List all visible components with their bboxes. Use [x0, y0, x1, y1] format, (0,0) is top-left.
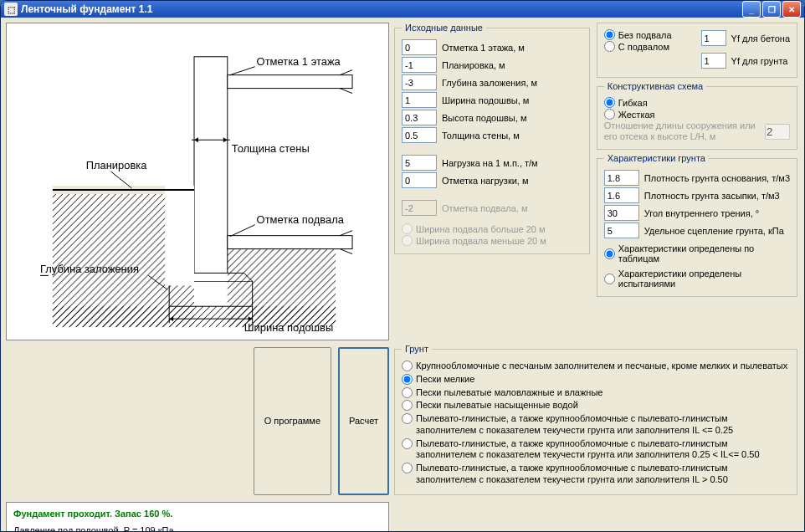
input-basement-mark — [402, 200, 437, 216]
radio-soil-6[interactable] — [402, 463, 413, 473]
label-planning: Планировка, м — [442, 60, 505, 70]
diagram-label-wall-thickness: Толщина стены — [232, 142, 310, 155]
svg-rect-6 — [165, 186, 194, 285]
label-floor1: Отметка 1 этажа, м — [442, 43, 525, 53]
svg-line-13 — [230, 225, 255, 237]
input-ratio — [765, 124, 790, 140]
label-soil-4: Пылевато-глинистые, а также крупнообломо… — [416, 413, 790, 437]
label-yf-soil: Yf для грунта — [731, 56, 788, 66]
scheme-legend: Конструктивная схема — [604, 81, 706, 91]
diagram-label-depth: Глубина заложения — [40, 263, 139, 275]
input-friction[interactable] — [604, 205, 639, 221]
soil-type-group: Грунт Крупнообломочные с песчаным заполн… — [394, 344, 797, 495]
label-depth: Глубина заложения, м — [442, 78, 537, 88]
radio-no-basement[interactable] — [604, 29, 615, 40]
result-pressure: Давление под подошвой, P = 109 кПа. — [13, 524, 382, 532]
label-soil-5: Пылевато-глинистые, а также крупнообломо… — [416, 438, 790, 462]
label-soil-0: Крупнообломочные с песчаным заполнителем… — [416, 361, 787, 372]
label-density-base: Плотность грунта основания, т/м3 — [644, 173, 790, 183]
label-by-tables: Характеристики определены по таблицам — [618, 243, 790, 263]
label-basement-mark: Отметка подвала, м — [442, 203, 527, 213]
input-wall-thickness[interactable] — [402, 127, 437, 143]
soil-characteristics-group: Характеристики грунта Плотность грунта о… — [597, 153, 797, 297]
diagram-label-planning: Планировка — [86, 159, 148, 171]
label-soil-6: Пылевато-глинистые, а также крупнообломо… — [416, 463, 790, 486]
svg-rect-0 — [194, 57, 228, 282]
radio-basement-wide — [402, 223, 413, 234]
label-soil-2: Пески пылеватые маловлажные и влажные — [416, 387, 602, 399]
input-density-fill[interactable] — [604, 187, 639, 203]
calculate-button[interactable]: Расчет — [338, 347, 389, 495]
radio-basement-narrow — [402, 235, 413, 246]
foundation-diagram: Отметка 1 этажа Толщина стены Планировка… — [6, 23, 389, 340]
radio-with-basement[interactable] — [604, 41, 615, 52]
inputs-group: Исходные данные Отметка 1 этажа, м Плани… — [394, 23, 590, 254]
window-buttons: _ ❐ ✕ — [742, 1, 801, 18]
label-sole-width: Ширина подошвы, м — [442, 95, 529, 105]
input-density-base[interactable] — [604, 170, 639, 186]
svg-rect-3 — [228, 236, 352, 249]
input-load[interactable] — [402, 155, 437, 171]
minimize-button[interactable]: _ — [742, 1, 761, 18]
soil-legend: Грунт — [402, 344, 432, 354]
label-yf-concrete: Yf для бетона — [731, 33, 790, 43]
label-by-tests: Характеристики определены испытаниями — [618, 269, 790, 289]
content-area: Отметка 1 этажа Толщина стены Планировка… — [1, 18, 804, 532]
label-load: Нагрузка на 1 м.п., т/м — [442, 158, 538, 168]
ratio-label: Отношение длины сооружения или его отсек… — [604, 120, 760, 142]
input-sole-height[interactable] — [402, 110, 437, 125]
radio-by-tables[interactable] — [604, 248, 615, 259]
maximize-button[interactable]: ❐ — [762, 1, 781, 18]
radio-soil-4[interactable] — [402, 413, 413, 424]
label-friction: Угол внутреннего трения, ° — [644, 208, 759, 218]
label-basement-wide: Ширина подвала больше 20 м — [416, 224, 546, 234]
label-sole-height: Высота подошвы, м — [442, 113, 526, 123]
basement-yf-group: Без подвала С подвалом Yf для бетона Yf … — [597, 23, 797, 78]
svg-rect-2 — [228, 75, 352, 89]
radio-soil-5[interactable] — [402, 438, 413, 449]
input-depth[interactable] — [402, 74, 437, 90]
diagram-label-sole-width: Ширина подошвы — [244, 321, 334, 334]
radio-by-tests[interactable] — [604, 274, 615, 284]
input-cohesion[interactable] — [604, 223, 639, 238]
label-load-mark: Отметка нагрузки, м — [442, 176, 529, 186]
label-rigid: Жесткая — [618, 110, 655, 120]
radio-rigid[interactable] — [604, 109, 615, 120]
diagram-label-basement: Отметка подвала — [257, 213, 345, 226]
result-status: Фундамент проходит. Запас 160 %. — [13, 508, 382, 520]
input-load-mark[interactable] — [402, 172, 437, 188]
label-flexible: Гибкая — [618, 98, 648, 108]
radio-soil-2[interactable] — [402, 387, 413, 398]
input-yf-soil[interactable] — [701, 53, 726, 69]
label-density-fill: Плотность грунта засыпки, т/м3 — [644, 191, 780, 201]
inputs-legend: Исходные данные — [402, 23, 486, 33]
label-basement-narrow: Ширина подвала меньше 20 м — [416, 236, 546, 246]
input-yf-concrete[interactable] — [701, 30, 726, 46]
button-row: О программе Расчет — [6, 344, 389, 499]
app-window: ⬚ Ленточный фундамент 1.1 _ ❐ ✕ — [0, 0, 805, 532]
radio-flexible[interactable] — [604, 97, 615, 108]
radio-soil-3[interactable] — [402, 400, 413, 411]
svg-line-10 — [230, 67, 255, 75]
label-with-basement: С подвалом — [618, 42, 669, 52]
label-soil-1: Пески мелкие — [416, 374, 474, 386]
soil-char-legend: Характеристики грунта — [604, 153, 709, 163]
label-no-basement: Без подвала — [618, 30, 672, 40]
label-soil-3: Пески пылеватые насыщенные водой — [416, 400, 578, 412]
results-pane: Фундамент проходит. Запас 160 %. Давлени… — [6, 502, 389, 533]
diagram-label-floor1: Отметка 1 этажа — [257, 55, 341, 68]
about-button[interactable]: О программе — [254, 347, 331, 495]
titlebar[interactable]: ⬚ Ленточный фундамент 1.1 _ ❐ ✕ — [1, 1, 804, 18]
scheme-group: Конструктивная схема Гибкая Жесткая Отно… — [597, 81, 797, 150]
radio-soil-1[interactable] — [402, 374, 413, 385]
label-cohesion: Удельное сцепление грунта, кПа — [644, 226, 784, 236]
label-wall-thickness: Толщина стены, м — [442, 130, 520, 141]
input-sole-width[interactable] — [402, 92, 437, 108]
radio-soil-0[interactable] — [402, 361, 413, 371]
input-floor1[interactable] — [402, 39, 437, 55]
app-icon: ⬚ — [4, 3, 18, 16]
input-planning[interactable] — [402, 57, 437, 73]
close-button[interactable]: ✕ — [782, 1, 801, 18]
window-title: Ленточный фундамент 1.1 — [21, 3, 742, 15]
